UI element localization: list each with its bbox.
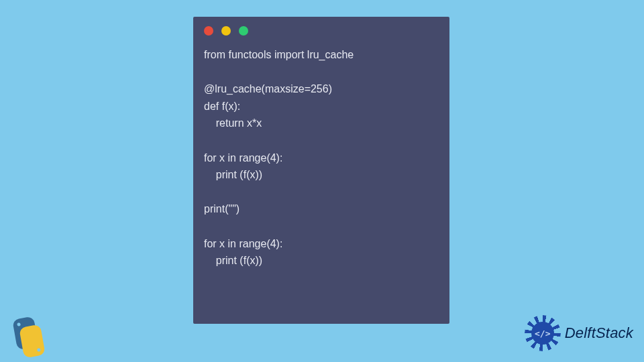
window-traffic-lights (204, 26, 439, 36)
code-block: from functools import lru_cache @lru_cac… (204, 46, 439, 269)
stage: from functools import lru_cache @lru_cac… (0, 0, 644, 362)
window-zoom-icon (239, 26, 248, 36)
delftstack-brand-text: DelftStack (565, 324, 633, 342)
window-close-icon (204, 26, 213, 36)
code-window: from functools import lru_cache @lru_cac… (193, 17, 449, 324)
delftstack-brand: </> DelftStack (525, 315, 633, 351)
delftstack-badge-icon: </> (525, 315, 561, 351)
delftstack-badge-glyph: </> (531, 322, 554, 345)
window-minimize-icon (221, 26, 231, 36)
python-logo-icon (8, 316, 48, 357)
